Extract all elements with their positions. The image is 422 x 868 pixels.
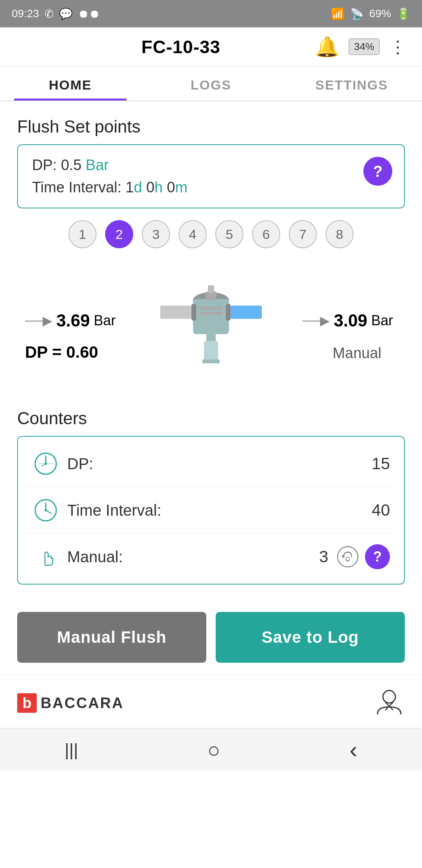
setpoints-help-button[interactable]: ? [363,157,392,186]
svg-rect-8 [202,360,220,364]
step-3[interactable]: 3 [142,220,170,248]
svg-rect-3 [193,299,229,334]
battery-icon: 🔋 [397,7,410,20]
more-menu-icon[interactable]: ⋮ [389,37,406,57]
nav-back-button[interactable]: ‹ [350,736,358,763]
manual-counter-icon [32,543,59,570]
tab-home[interactable]: HOME [0,66,141,100]
svg-rect-5 [199,312,223,315]
svg-point-28 [383,690,395,703]
status-left: 09:23 ✆ 💬 ⏺⏺ [12,7,100,20]
footer: b BACCARA [0,674,422,728]
counters-card: DP: 15 Time Interval: 40 [17,436,405,585]
baccara-brand-name: BACCARA [41,695,124,712]
time-counter-row: Time Interval: 40 [18,487,404,533]
signal-icon: 📡 [350,7,364,20]
nav-bar: ||| ○ ‹ [0,728,422,771]
setpoints-card: DP: 0.5 Bar Time Interval: 1d 0h 0m ? [17,144,405,208]
wifi-icon: 📶 [331,7,345,20]
step-4[interactable]: 4 [179,220,207,248]
flush-setpoints-title: Flush Set points [17,117,405,136]
svg-point-21 [45,509,47,511]
header-title: FC-10-33 [141,36,220,57]
action-buttons: Manual Flush Save to Log [0,600,422,674]
message-icon: 💬 [59,7,73,20]
status-bar: 09:23 ✆ 💬 ⏺⏺ 📶 📡 69% 🔋 [0,0,422,27]
step-5[interactable]: 5 [215,220,243,248]
svg-rect-9 [191,304,196,321]
manual-flush-button[interactable]: Manual Flush [17,612,206,663]
step-8[interactable]: 8 [325,220,354,248]
setpoints-time: Time Interval: 1d 0h 0m [32,179,390,196]
manual-counter-row: Manual: 3 ? [18,534,404,580]
counters-title: Counters [17,409,405,428]
tab-settings[interactable]: SETTINGS [281,66,422,100]
tab-logs[interactable]: LOGS [141,66,281,100]
pressure-left: ──▶ 3.69 Bar [25,311,116,330]
mode-label: Manual [333,345,381,362]
step-2[interactable]: 2 [105,220,133,248]
baccara-b-icon: b [17,693,37,713]
filter-diagram: ──▶ 3.69 Bar ──▶ 3.09 Bar [17,260,405,393]
step-6[interactable]: 6 [252,220,280,248]
save-to-log-button[interactable]: Save to Log [216,612,405,663]
counters-section: Counters DP: 15 [17,409,405,585]
counters-help-button[interactable]: ? [365,544,390,569]
tab-bar: HOME LOGS SETTINGS [0,66,422,101]
voicemail-icon: ⏺⏺ [78,7,100,20]
svg-rect-7 [204,341,218,362]
step-1[interactable]: 1 [68,220,97,248]
main-content: Flush Set points DP: 0.5 Bar Time Interv… [0,101,422,600]
status-time: 09:23 [12,7,39,20]
svg-rect-12 [208,285,214,293]
user-profile-icon[interactable] [374,686,405,720]
dp-value-label: DP = 0.60 [25,343,98,362]
status-right: 📶 📡 69% 🔋 [331,7,410,20]
nav-home-button[interactable]: ○ [207,738,220,762]
svg-rect-0 [160,306,191,319]
baccara-logo: b BACCARA [17,693,124,713]
svg-rect-6 [206,334,216,341]
filter-badge: 34% [349,38,380,55]
bell-icon[interactable]: 🔔 [315,36,339,58]
svg-rect-1 [231,306,262,319]
manual-counter-actions: ? [336,544,390,569]
battery-percent: 69% [369,7,391,20]
svg-marker-25 [342,554,344,558]
reset-icon[interactable] [336,545,359,569]
svg-rect-4 [199,307,223,310]
header-right: 🔔 34% ⋮ [315,36,406,58]
dp-counter-icon [32,450,59,477]
pressure-right: ──▶ 3.09 Bar [302,311,393,330]
call-icon: ✆ [45,7,54,20]
dp-counter-row: DP: 15 [18,441,404,487]
header: FC-10-33 🔔 34% ⋮ [0,27,422,66]
nav-menu-button[interactable]: ||| [65,740,78,760]
step-indicator: 1 2 3 4 5 6 7 8 [17,220,405,248]
filter-illustration [160,278,262,367]
step-7[interactable]: 7 [289,220,317,248]
svg-rect-10 [226,304,231,321]
time-counter-icon [32,497,59,524]
setpoints-dp: DP: 0.5 Bar [32,157,390,174]
